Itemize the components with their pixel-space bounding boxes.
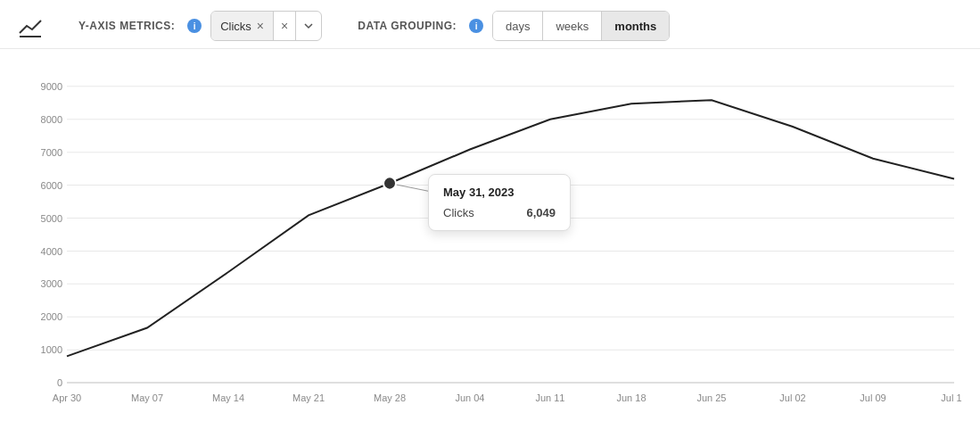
svg-text:3000: 3000	[41, 278, 62, 289]
svg-text:5000: 5000	[41, 212, 62, 223]
chart-icon	[18, 13, 43, 38]
data-point	[383, 177, 396, 189]
svg-text:May 21: May 21	[292, 392, 325, 402]
data-grouping-group: DATA GROUPING: i days weeks months	[358, 11, 670, 41]
svg-text:6000: 6000	[41, 180, 62, 191]
chevron-down-icon	[303, 21, 314, 31]
svg-text:2000: 2000	[41, 311, 62, 322]
svg-text:4000: 4000	[41, 245, 62, 256]
data-grouping-label: DATA GROUPING:	[358, 20, 457, 32]
svg-text:Jul 02: Jul 02	[779, 392, 805, 402]
svg-text:Jun 11: Jun 11	[536, 392, 565, 402]
grouping-btn-weeks[interactable]: weeks	[543, 12, 602, 40]
y-axis-label: Y-AXIS METRICS:	[78, 20, 175, 32]
line-chart: 0 1000 2000 3000 4000 5000 6000 7000 800…	[18, 58, 962, 415]
svg-text:9000: 9000	[41, 81, 62, 92]
grouping-btn-months[interactable]: months	[602, 12, 669, 40]
y-axis-metrics-group: Y-AXIS METRICS: i Clicks × ×	[78, 11, 322, 41]
svg-text:8000: 8000	[41, 114, 62, 125]
svg-text:May 07: May 07	[131, 392, 163, 402]
metric-pill-container: Clicks × ×	[210, 11, 322, 41]
svg-line-34	[390, 184, 517, 210]
svg-text:7000: 7000	[41, 147, 62, 158]
toolbar: Y-AXIS METRICS: i Clicks × × DATA GROUPI…	[0, 0, 980, 49]
svg-text:Apr 30: Apr 30	[53, 392, 81, 402]
svg-text:Jul 16: Jul 16	[941, 392, 962, 402]
svg-text:Jun 04: Jun 04	[456, 392, 485, 402]
svg-text:1000: 1000	[41, 344, 62, 355]
metric-pill: Clicks ×	[211, 12, 273, 40]
grouping-buttons: days weeks months	[492, 11, 670, 41]
chart-line	[67, 100, 954, 356]
svg-text:Jun 18: Jun 18	[617, 392, 646, 402]
svg-text:Jul 09: Jul 09	[860, 392, 885, 402]
svg-text:May 28: May 28	[374, 392, 406, 402]
svg-text:0: 0	[57, 377, 62, 388]
grouping-btn-days[interactable]: days	[493, 12, 543, 40]
chart-container: 0 1000 2000 3000 4000 5000 6000 7000 800…	[18, 58, 962, 415]
svg-text:Jun 25: Jun 25	[697, 392, 727, 402]
svg-text:May 14: May 14	[212, 392, 244, 402]
data-grouping-info-icon[interactable]: i	[469, 19, 483, 33]
y-axis-info-icon[interactable]: i	[187, 19, 202, 33]
metric-dropdown-button[interactable]	[295, 12, 321, 40]
metric-clear-button[interactable]: ×	[273, 12, 295, 40]
chart-area: 0 1000 2000 3000 4000 5000 6000 7000 800…	[0, 49, 980, 415]
metric-pill-close[interactable]: ×	[257, 20, 264, 32]
metric-tag-label: Clicks	[220, 20, 251, 33]
